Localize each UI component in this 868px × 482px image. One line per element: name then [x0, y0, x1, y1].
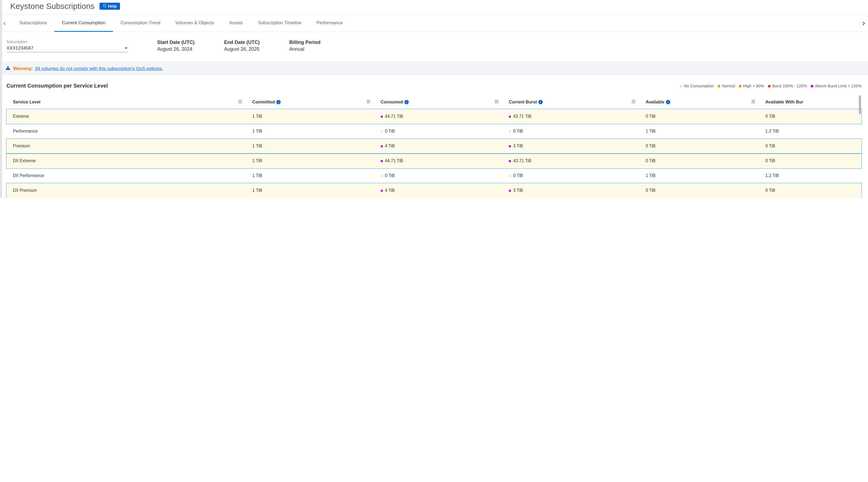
cell-current-burst: 0 TiB: [502, 124, 639, 139]
column-header[interactable]: Consumedi: [374, 95, 503, 109]
cell-committed: 1 TiB: [246, 139, 374, 153]
help-button[interactable]: Help: [99, 3, 120, 10]
cell-current-burst: 43.71 TiB: [502, 109, 639, 124]
tab-subscription-timeline[interactable]: Subscription Timeline: [250, 15, 309, 32]
legend-item: No Consumption: [680, 84, 714, 88]
status-dot-icon: [381, 116, 383, 118]
subscription-select-label: Subscription: [6, 39, 127, 44]
cell-available-with-burst: 0 TiB: [759, 153, 862, 168]
cell-current-burst: 0 TiB: [502, 168, 639, 183]
cell-available: 1 TiB: [639, 168, 759, 183]
tab-subscriptions[interactable]: Subscriptions: [12, 15, 54, 32]
table-row[interactable]: Extreme1 TiB44.71 TiB43.71 TiB0 TiB0 TiB: [6, 109, 862, 124]
column-header[interactable]: Service Level: [6, 95, 246, 109]
cell-service-level: Performance: [6, 124, 246, 139]
table-row[interactable]: Premium1 TiB4 TiB3 TiB0 TiB0 TiB: [6, 139, 862, 153]
cell-committed: 1 TiB: [246, 168, 374, 183]
legend-item: High > 80%: [739, 84, 764, 88]
column-header-label: Available With Bur: [766, 100, 803, 105]
svg-rect-1: [8, 69, 8, 69]
start-date-label: Start Date (UTC): [157, 39, 194, 45]
cell-service-level: Extreme: [6, 109, 246, 124]
subscription-select-value: XXX1234567: [6, 46, 33, 51]
cell-available: 1 TiB: [639, 124, 759, 139]
warning-triangle-icon: [5, 65, 10, 72]
status-dot-icon: [381, 131, 383, 133]
column-menu-icon[interactable]: [238, 100, 242, 105]
column-menu-icon[interactable]: [367, 100, 371, 105]
column-menu-icon[interactable]: [751, 100, 755, 105]
tabs-scroll-right[interactable]: [859, 22, 868, 25]
status-dot-icon: [509, 190, 511, 192]
cell-committed: 1 TiB: [246, 109, 374, 124]
warning-label: Warning:: [13, 66, 33, 72]
column-menu-icon[interactable]: [631, 100, 636, 105]
subscription-select[interactable]: XXX1234567: [6, 46, 127, 52]
start-date-value: August 26, 2024: [157, 46, 194, 52]
tab-volumes-objects[interactable]: Volumes & Objects: [168, 15, 222, 32]
table-row[interactable]: DII Premium1 TiB4 TiB3 TiB0 TiB0 TiB: [6, 183, 862, 198]
tab-consumption-trend[interactable]: Consumption Trend: [113, 15, 168, 32]
cell-available-with-burst: 0 TiB: [759, 109, 862, 124]
cell-available: 0 TiB: [639, 109, 759, 124]
chevron-right-icon: [862, 22, 865, 25]
tabs-scroll-left[interactable]: [0, 22, 9, 25]
panel-title: Current Consumption per Service Level: [6, 83, 108, 89]
cell-current-burst: 3 TiB: [502, 139, 639, 153]
tab-assets[interactable]: Assets: [222, 15, 250, 32]
warning-link[interactable]: 34 volumes do not comply with this subsc…: [35, 66, 163, 72]
cell-available-with-burst: 1.2 TiB: [759, 124, 862, 139]
cell-service-level: DII Performance: [6, 168, 246, 183]
status-dot-icon: [381, 145, 383, 147]
column-header[interactable]: Current Bursti: [502, 95, 639, 109]
cell-available: 0 TiB: [639, 183, 759, 198]
billing-period-label: Billing Period: [289, 39, 320, 45]
column-menu-icon[interactable]: [495, 100, 499, 105]
tab-current-consumption[interactable]: Current Consumption: [54, 15, 113, 32]
page-title: Keystone Subscriptions: [10, 2, 95, 11]
cell-consumed: 4 TiB: [374, 183, 503, 198]
column-header[interactable]: Available With Bur: [759, 95, 862, 109]
cell-consumed: 0 TiB: [374, 124, 503, 139]
tabs-bar: SubscriptionsCurrent ConsumptionConsumpt…: [0, 15, 868, 32]
cell-committed: 1 TiB: [246, 124, 374, 139]
end-date-value: August 26, 2025: [224, 46, 260, 52]
warning-bar: Warning: 34 volumes do not comply with t…: [0, 62, 868, 75]
consumption-table: Service LevelCommittediConsumediCurrent …: [6, 95, 862, 198]
legend-dot-icon: [680, 85, 682, 88]
cell-committed: 1 TiB: [246, 183, 374, 198]
column-header[interactable]: Committedi: [246, 95, 374, 109]
column-header-label: Current Burst: [509, 100, 537, 105]
cell-service-level: DII Extreme: [6, 153, 246, 168]
info-icon[interactable]: i: [666, 100, 670, 104]
cell-current-burst: 3 TiB: [502, 183, 639, 198]
info-icon[interactable]: i: [538, 100, 543, 104]
cell-available-with-burst: 0 TiB: [759, 139, 862, 153]
table-row[interactable]: DII Extreme1 TiB44.71 TiB43.71 TiB0 TiB0…: [6, 153, 862, 168]
column-header[interactable]: Availablei: [639, 95, 759, 109]
help-button-label: Help: [108, 4, 117, 8]
tab-performance[interactable]: Performance: [309, 15, 350, 32]
svg-rect-0: [8, 67, 8, 69]
column-header-label: Consumed: [381, 100, 403, 105]
status-dot-icon: [381, 175, 383, 177]
chevron-left-icon: [3, 22, 6, 25]
cell-available-with-burst: 1.2 TiB: [759, 168, 862, 183]
status-dot-icon: [509, 116, 511, 118]
info-icon[interactable]: i: [404, 100, 409, 104]
table-row[interactable]: DII Performance1 TiB0 TiB0 TiB1 TiB1.2 T…: [6, 168, 862, 183]
legend-item: Burst 100% - 120%: [768, 84, 807, 88]
column-header-label: Available: [646, 100, 664, 105]
column-header-label: Committed: [252, 100, 275, 105]
legend-item: Above Burst Limit > 120%: [811, 84, 862, 88]
scrollbar-thumb[interactable]: [859, 95, 861, 114]
cell-service-level: DII Premium: [6, 183, 246, 198]
column-header-label: Service Level: [13, 100, 40, 105]
cell-service-level: Premium: [6, 139, 246, 153]
status-dot-icon: [381, 160, 383, 162]
info-icon[interactable]: i: [276, 100, 281, 104]
cell-committed: 1 TiB: [246, 153, 374, 168]
table-row[interactable]: Performance1 TiB0 TiB0 TiB1 TiB1.2 TiB: [6, 124, 862, 139]
cell-consumed: 44.71 TiB: [374, 109, 503, 124]
legend: No ConsumptionNormalHigh > 80%Burst 100%…: [680, 84, 862, 88]
